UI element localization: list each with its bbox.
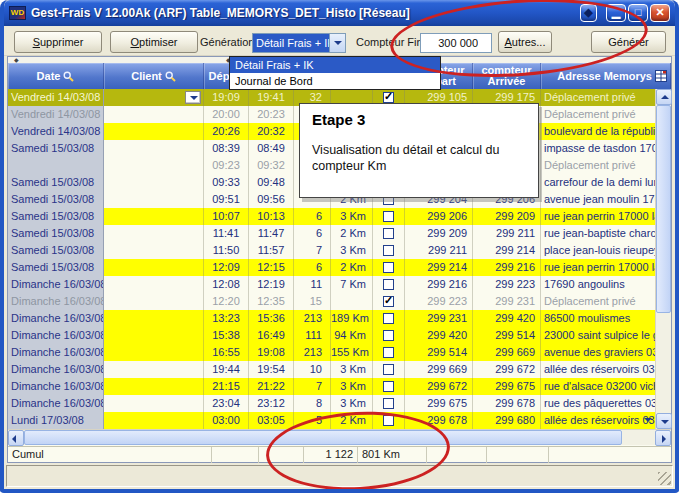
scroll-up-button[interactable] [656,89,672,105]
cell-duree: 7 [294,378,331,395]
window-extra-button[interactable]: ◆ [580,4,597,22]
cell-client [104,293,204,310]
cell-private-flag [373,310,405,327]
autres-button[interactable]: Autres... [498,31,552,53]
cell-arrivee: 03:05 [249,412,294,429]
cell-km: 3 Km [331,395,373,412]
cell-date: Dimanche 16/03/08 [8,378,104,395]
table-row[interactable]: Dimanche 16/03/0821:1521:2273 Km299 6722… [8,378,655,395]
table-row[interactable]: Dimanche 16/03/0813:2315:36213189 Km299 … [8,310,655,327]
dropdown-option-journal-de-bord[interactable]: Journal de Bord [230,73,440,89]
table-row[interactable]: Samedi 15/03/0811:5011:5773 Km299 211299… [8,242,655,259]
table-row[interactable]: Lundi 17/03/0803:0003:0552 Km299 678299 … [8,412,655,429]
cell-date: Dimanche 16/03/08 [8,395,104,412]
cell-client [104,157,204,174]
cell-private-flag [373,344,405,361]
table-row[interactable]: Dimanche 16/03/0815:3816:4911194 Km299 4… [8,327,655,344]
generer-button[interactable]: Générer [591,31,666,53]
cell-arrivee: 19:54 [249,361,294,378]
cell-date: Lundi 17/03/08 [8,412,104,429]
cell-arrivee: 09:56 [249,191,294,208]
compteur-fin-input[interactable] [420,33,492,53]
private-checkbox[interactable] [383,245,394,256]
horizontal-scrollbar-thumb[interactable] [24,430,622,445]
cell-date: Samedi 15/03/08 [8,208,104,225]
private-checkbox[interactable] [383,313,394,324]
cell-arrivee: 12:35 [249,293,294,310]
dropdown-option-detail-frais-ik[interactable]: Détail Frais + IK [230,57,440,73]
scroll-right-button[interactable] [655,430,671,446]
vertical-scrollbar-thumb[interactable] [656,105,671,313]
header-adresse[interactable]: Adresse Memorys [541,63,671,89]
maximize-button[interactable]: □ [628,4,648,22]
vertical-scrollbar[interactable] [655,89,671,429]
header-date[interactable]: Date [8,63,104,89]
cell-compteur-depart: 299 420 [405,327,473,344]
table-row[interactable]: Samedi 15/03/0810:0710:1363 Km299 206299… [8,208,655,225]
cell-arrivee: 15:36 [249,310,294,327]
cell-date: Dimanche 16/03/08 [8,344,104,361]
private-checkbox[interactable] [383,347,394,358]
scroll-down-button[interactable] [656,413,672,429]
generation-combobox[interactable]: Détail Frais + IK [252,33,346,53]
toolbar: Supprimer Optimiser Génération Détail Fr… [4,26,675,56]
private-checkbox[interactable] [383,398,394,409]
chevron-down-icon[interactable] [329,34,345,52]
cell-depart: 21:15 [204,378,249,395]
cell-adresse: place jean-louis rieupeyrout 170 [541,242,655,259]
cell-date: Samedi 15/03/08 [8,242,104,259]
table-row[interactable]: Dimanche 16/03/0812:2012:3515299 223299 … [8,293,655,310]
header-compteur-arrivee[interactable]: compteur Arrivée [473,63,541,89]
private-checkbox[interactable] [383,211,394,222]
private-checkbox[interactable] [383,228,394,239]
private-checkbox[interactable] [383,330,394,341]
cell-adresse: 23000 saint sulpice le guérétois [541,327,655,344]
private-checkbox[interactable] [383,364,394,375]
optimiser-button[interactable]: Optimiser [110,31,198,53]
cell-compteur-depart: 299 223 [405,293,473,310]
cell-arrivee: 20:32 [249,123,294,140]
cell-depart: 11:50 [204,242,249,259]
cell-duree: 6 [294,259,331,276]
cell-compteur-arrivee: 299 680 [473,412,541,429]
cell-date: Samedi 15/03/08 [8,140,104,157]
cell-depart: 09:23 [204,157,249,174]
table-row[interactable]: Samedi 15/03/0811:4111:4762 Km299 209299… [8,225,655,242]
private-checkbox[interactable] [383,92,394,103]
cell-depart: 20:00 [204,106,249,123]
cell-adresse: carrefour de la demi lune 17440 [541,174,655,191]
private-checkbox[interactable] [383,296,394,307]
cell-arrivee: 11:47 [249,225,294,242]
close-button[interactable]: ✕ [650,4,670,22]
supprimer-button[interactable]: Supprimer [14,31,102,53]
cell-depart: 12:08 [204,276,249,293]
private-checkbox[interactable] [383,381,394,392]
table-row[interactable]: Samedi 15/03/0812:0912:1562 Km299 214299… [8,259,655,276]
horizontal-scrollbar[interactable] [8,429,671,445]
private-checkbox[interactable] [383,262,394,273]
cell-compteur-depart: 299 514 [405,344,473,361]
scroll-left-button[interactable] [8,430,24,446]
cell-client [104,378,204,395]
table-row[interactable]: Dimanche 16/03/0823:0423:1283 Km299 6752… [8,395,655,412]
cell-km: 3 Km [331,208,373,225]
cell-date: Dimanche 16/03/08 [8,361,104,378]
table-row[interactable]: Dimanche 16/03/0819:4419:54103 Km299 669… [8,361,655,378]
header-client[interactable]: Client [104,63,204,89]
chevron-down-icon[interactable] [644,418,652,426]
table-row[interactable]: Dimanche 16/03/0812:0812:19117 Km299 216… [8,276,655,293]
cell-compteur-depart: 299 214 [405,259,473,276]
cell-duree: 6 [294,208,331,225]
table-row[interactable]: Dimanche 16/03/0816:5519:08213155 Km299 … [8,344,655,361]
resize-grip-icon[interactable] [658,472,671,485]
cell-client [104,123,204,140]
cell-duree: 15 [294,293,331,310]
popup-body: Visualisation du détail et calcul du com… [312,142,517,174]
cell-adresse: rue des pâquerettes 03200 vich [541,395,655,412]
minimize-button[interactable]: ▁ [606,4,626,22]
private-checkbox[interactable] [383,415,394,426]
client-dropdown-button[interactable] [185,91,201,104]
cell-adresse: allée des réservoirs 03200 vichy [541,412,655,429]
private-checkbox[interactable] [383,279,394,290]
cumul-km-total: 801 Km [362,448,422,460]
